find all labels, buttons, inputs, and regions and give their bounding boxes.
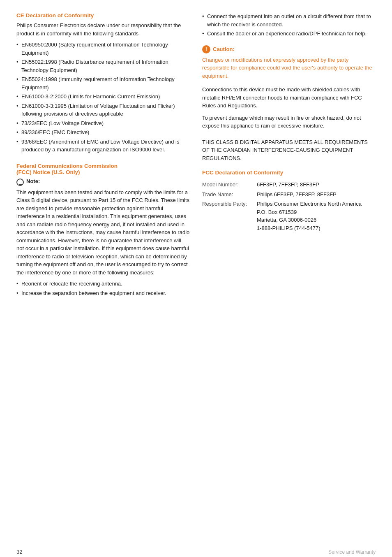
list-item: 89/336/EEC (EMC Directive) <box>16 128 190 137</box>
table-cell-label: Responsible Party: <box>202 199 257 233</box>
caution-row: ! Caution: <box>202 45 376 53</box>
left-column: CE Declaration of Conformity Philips Con… <box>16 12 190 539</box>
caution-block: ! Caution: Changes or modifications not … <box>202 45 376 80</box>
list-item: EN61000-3-2:2000 (Limits for Harmonic Cu… <box>16 93 190 101</box>
list-item: 93/68/EEC (Amendment of EMC and Low Volt… <box>16 138 190 154</box>
caution-icon: ! <box>202 45 210 53</box>
caution-text: Changes or modifications not expressly a… <box>202 56 376 80</box>
page-number: 32 <box>16 549 22 555</box>
fcc-decl-title: FCC Declaration of Conformity <box>202 169 376 176</box>
note-label: Note: <box>26 178 40 184</box>
list-item: Connect the equipment into an outlet on … <box>202 12 376 28</box>
table-cell-label: Trade Name: <box>202 190 257 200</box>
prevent-text: To prevent damage which may result in fi… <box>202 114 376 130</box>
ce-intro: Philips Consumer Electronics declare und… <box>16 21 190 37</box>
note-icon: ⎯ <box>16 179 24 186</box>
note-text: This equipment has been tested and found… <box>16 188 190 277</box>
right-bullet-list: Connect the equipment into an outlet on … <box>202 12 376 38</box>
list-item: EN60950:2000 (Safety requirement of Info… <box>16 41 190 57</box>
list-item: EN55022:1998 (Radio Disturbance requirem… <box>16 58 190 74</box>
right-column: Connect the equipment into an outlet on … <box>202 12 376 539</box>
table-cell-label: Model Number: <box>202 180 257 190</box>
table-row: Responsible Party:Philips Consumer Elect… <box>202 199 376 233</box>
caution-label: Caution: <box>213 45 235 53</box>
list-item: 73/23/EEC (Low Voltage Directive) <box>16 119 190 128</box>
connections-text: Connections to this device must be made … <box>202 86 376 110</box>
list-item: Increase the separation between the equi… <box>16 289 190 297</box>
list-item: Reorient or relocate the receiving anten… <box>16 280 190 288</box>
ce-list: EN60950:2000 (Safety requirement of Info… <box>16 41 190 154</box>
list-item: EN61000-3-3:1995 (Limitation of Voltage … <box>16 102 190 118</box>
page-footer: 32 Service and Warranty <box>16 546 376 555</box>
ce-title: CE Declaration of Conformity <box>16 12 190 19</box>
fcc-measures-list: Reorient or relocate the receiving anten… <box>16 280 190 297</box>
note-row: ⎯ Note: <box>16 178 190 186</box>
class-b-notice: THIS CLASS B DIGITAL APPARATUS MEETS ALL… <box>202 138 376 162</box>
fcc-title: Federal Communications Commission (FCC) … <box>16 163 190 175</box>
table-row: Trade Name:Philips 6FF3FP, 7FF3FP, 8FF3F… <box>202 190 376 200</box>
table-row: Model Number:6FF3FP, 7FF3FP, 8FF3FP <box>202 180 376 190</box>
page-layout: CE Declaration of Conformity Philips Con… <box>16 12 376 539</box>
list-item: EN55024:1998 (Immunity requirement of In… <box>16 75 190 91</box>
section-label: Service and Warranty <box>328 549 376 555</box>
list-item: Consult the dealer or an experienced rad… <box>202 30 376 38</box>
table-cell-value: Philips 6FF3FP, 7FF3FP, 8FF3FP <box>257 190 376 200</box>
fcc-decl-table: Model Number:6FF3FP, 7FF3FP, 8FF3FPTrade… <box>202 180 376 233</box>
table-cell-value: 6FF3FP, 7FF3FP, 8FF3FP <box>257 180 376 190</box>
table-cell-value: Philips Consumer Electronics North Ameri… <box>257 199 376 233</box>
